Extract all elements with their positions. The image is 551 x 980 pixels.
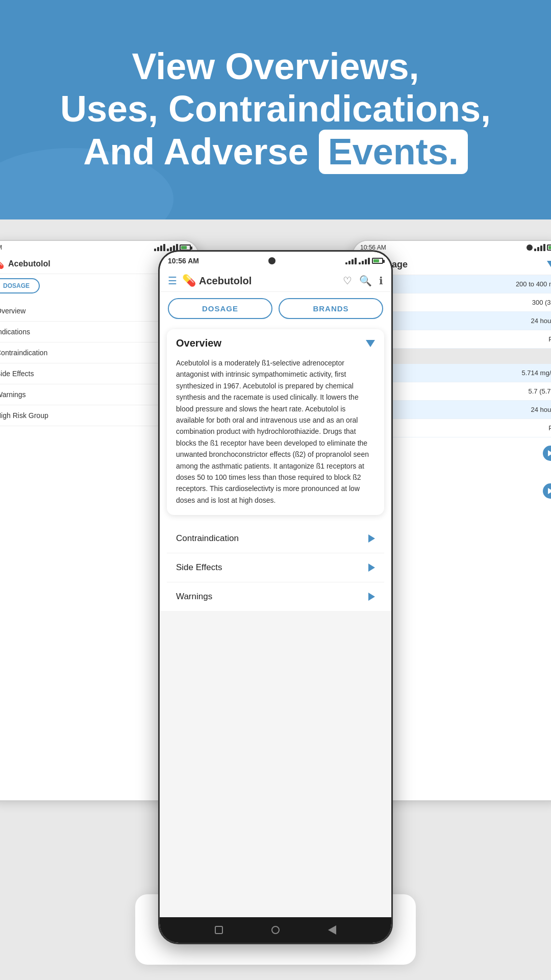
hamburger-icon[interactable]: ☰ (168, 275, 177, 287)
left-dosage-tab[interactable]: DOSAGE (0, 278, 40, 293)
right-signal (534, 244, 545, 251)
center-status-bar: 10:56 AM (160, 252, 391, 270)
overview-header: Overview (167, 329, 384, 355)
menu-item-warnings[interactable]: Warnings (167, 582, 384, 611)
contraindication-chevron-icon (368, 534, 375, 543)
right-camera (527, 244, 533, 251)
hero-line3: And Adverse (83, 131, 308, 172)
overview-chevron-icon[interactable] (366, 340, 375, 347)
menu-item-side-effects[interactable]: Side Effects (167, 553, 384, 582)
dosage-tab[interactable]: DOSAGE (168, 298, 272, 319)
right-blue-btn-2[interactable] (543, 483, 551, 499)
nav-back-icon[interactable] (328, 925, 336, 935)
left-time: AM (0, 244, 2, 251)
logo-pill-icon: 💊 (182, 274, 196, 287)
right-blue-btn-1[interactable] (543, 446, 551, 461)
overview-card: Overview Acebutolol is a moderately ß1-s… (167, 329, 384, 515)
center-status-right (345, 258, 383, 264)
center-signal2 (359, 258, 370, 264)
info-icon[interactable]: ℹ (379, 275, 383, 287)
tab-buttons: DOSAGE BRANDS (160, 292, 391, 325)
warnings-chevron-icon (368, 593, 375, 601)
left-pill-icon: 💊 (0, 258, 4, 270)
center-camera (268, 257, 276, 264)
phone-nav-bar (160, 917, 391, 943)
hero-line2: Uses, Contraindications, (60, 88, 491, 129)
phone-screen: 10:56 AM (160, 252, 391, 943)
left-drug-name: Acebutolol (8, 259, 51, 268)
side-effects-chevron-icon (368, 564, 375, 572)
center-battery (372, 258, 383, 264)
phone-center: 10:56 AM (158, 250, 393, 944)
hero-text-block: View Overviews, Uses, Contraindications,… (40, 25, 511, 194)
hero-highlight: Events. (319, 130, 468, 174)
right-battery (547, 244, 551, 251)
right-status-bar: 10:56 AM (353, 241, 551, 254)
hero-line1: View Overviews, (132, 46, 419, 87)
menu-item-contraindication[interactable]: Contraindication (167, 524, 384, 553)
right-chevron (547, 261, 551, 268)
nav-recent-icon[interactable] (215, 926, 223, 934)
overview-body: Acebutolol is a moderately ß1-selective … (167, 355, 384, 515)
brands-tab[interactable]: BRANDS (279, 298, 383, 319)
overview-title: Overview (176, 337, 221, 349)
center-signal1 (345, 258, 357, 264)
nav-home-icon[interactable] (271, 926, 280, 934)
center-app-header: ☰ 💊 Acebutolol ♡ 🔍 ℹ (160, 270, 391, 292)
menu-list: Contraindication Side Effects Warnings (167, 524, 384, 611)
search-icon[interactable]: 🔍 (359, 275, 372, 287)
hero-section: View Overviews, Uses, Contraindications,… (0, 0, 551, 219)
center-time: 10:56 AM (168, 257, 199, 265)
heart-icon[interactable]: ♡ (343, 275, 352, 287)
phones-section: AM 💊 Acebutolo (0, 219, 551, 980)
center-drug-name: Acebutolol (199, 275, 252, 287)
app-logo: 💊 Acebutolol (182, 274, 252, 287)
left-signal (154, 244, 165, 251)
